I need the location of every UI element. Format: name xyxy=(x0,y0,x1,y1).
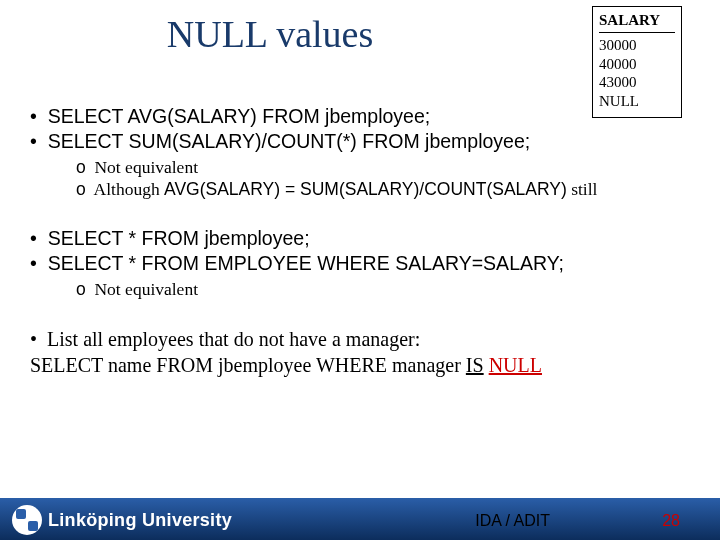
bullet-query-avg: • SELECT AVG(SALARY) FROM jbemployee; xyxy=(30,105,690,128)
is-keyword: IS xyxy=(466,354,484,376)
salary-row: 30000 xyxy=(599,36,675,55)
logo-icon xyxy=(12,505,42,535)
text: Not equivalent xyxy=(94,279,198,299)
bullet-query-where-salary: • SELECT * FROM EMPLOYEE WHERE SALARY=SA… xyxy=(30,252,690,275)
sub-not-equivalent: o Not equivalent xyxy=(76,157,690,178)
sub-although: o Although AVG(SALARY) = SUM(SALARY)/COU… xyxy=(76,179,690,200)
text: SELECT * FROM EMPLOYEE WHERE SALARY=SALA… xyxy=(48,252,564,274)
bullet-query-selectall: • SELECT * FROM jbemployee; xyxy=(30,227,690,250)
bullet-list-employees: • List all employees that do not have a … xyxy=(30,328,690,352)
salary-row: 43000 xyxy=(599,73,675,92)
sub-block-1: o Not equivalent o Although AVG(SALARY) … xyxy=(76,157,690,199)
text-mono: AVG(SALARY) = SUM(SALARY)/COUNT(SALARY) xyxy=(164,179,567,199)
footer-bar: Linköping University xyxy=(0,498,720,540)
university-name: Linköping University xyxy=(48,510,232,531)
page-number: 28 xyxy=(662,512,680,530)
text: Although xyxy=(94,179,165,199)
text: SELECT name FROM jbemployee WHERE manage… xyxy=(30,354,466,376)
salary-table: SALARY 30000 40000 43000 NULL xyxy=(592,6,682,118)
content-area: • SELECT AVG(SALARY) FROM jbemployee; • … xyxy=(30,105,690,377)
text: still xyxy=(567,179,598,199)
text: SELECT * FROM jbemployee; xyxy=(48,227,310,249)
text: List all employees that do not have a ma… xyxy=(47,328,420,350)
salary-header: SALARY xyxy=(599,11,675,33)
footer-org: IDA / ADIT xyxy=(475,512,550,530)
text: Not equivalent xyxy=(94,157,198,177)
text: SELECT AVG(SALARY) FROM jbemployee; xyxy=(48,105,431,127)
bullet-query-sumcount: • SELECT SUM(SALARY)/COUNT(*) FROM jbemp… xyxy=(30,130,690,153)
university-logo: Linköping University xyxy=(12,505,232,535)
text: SELECT SUM(SALARY)/COUNT(*) FROM jbemplo… xyxy=(48,130,531,152)
salary-row: 40000 xyxy=(599,55,675,74)
slide: NULL values SALARY 30000 40000 43000 NUL… xyxy=(0,0,720,540)
sub-block-2: o Not equivalent xyxy=(76,279,690,300)
page-title: NULL values xyxy=(0,12,540,56)
serif-block: • List all employees that do not have a … xyxy=(30,328,690,377)
query-is-null: SELECT name FROM jbemployee WHERE manage… xyxy=(30,354,690,378)
null-keyword: NULL xyxy=(489,354,542,376)
sub-not-equivalent-2: o Not equivalent xyxy=(76,279,690,300)
